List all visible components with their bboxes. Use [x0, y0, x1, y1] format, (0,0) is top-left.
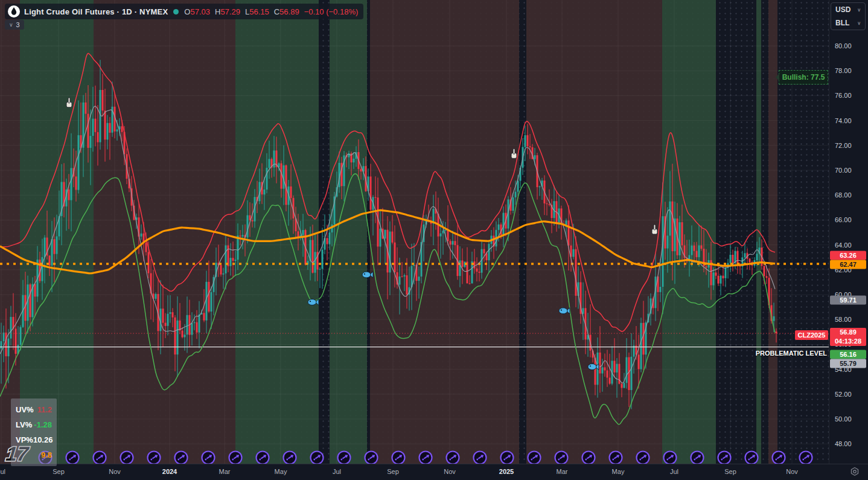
legend-row-4: 9.8 — [16, 447, 52, 462]
symbol-title[interactable]: Light Crude Oil Futures · 1D · NYMEX — [24, 7, 168, 16]
time-axis-label[interactable]: May — [612, 468, 625, 475]
contract-rollover-icon[interactable] — [284, 452, 296, 464]
price-tick: 66.00 — [835, 216, 852, 223]
contract-rollover-icon[interactable] — [311, 452, 324, 464]
contract-rollover-icon[interactable] — [148, 452, 161, 464]
time-axis-label[interactable]: Jul — [0, 468, 5, 475]
candle-body — [319, 269, 321, 269]
candle-body — [609, 378, 611, 384]
time-axis-label[interactable]: 2025 — [499, 468, 514, 475]
time-axis[interactable]: JulSepNov2024MarMayJulSepNov2025MarMayJu… — [0, 464, 868, 480]
candle-body — [638, 354, 640, 369]
indicators-collapse-button[interactable]: ∨ 3 — [5, 20, 24, 30]
contract-rollover-icon[interactable] — [202, 452, 215, 464]
candle-body — [380, 229, 381, 247]
price-tick: 48.00 — [835, 440, 852, 447]
contract-rollover-icon[interactable] — [447, 452, 459, 464]
candle-body — [539, 187, 541, 187]
contract-rollover-icon[interactable] — [94, 452, 106, 464]
contract-rollover-icon[interactable] — [392, 452, 405, 464]
candle-body — [406, 275, 408, 295]
contract-rollover-icon[interactable] — [121, 452, 133, 464]
currency-select[interactable]: USD ∨ — [831, 3, 865, 16]
candle-body — [20, 327, 22, 345]
candle-body — [269, 159, 270, 168]
contract-rollover-icon[interactable] — [582, 452, 595, 464]
contract-rollover-icon[interactable] — [745, 452, 758, 464]
symbol-header[interactable]: Light Crude Oil Futures · 1D · NYMEX O57… — [5, 4, 363, 19]
problematic-level-label[interactable]: PROBLEMATIC LEVEL — [700, 350, 827, 357]
time-axis-label[interactable]: Sep — [724, 468, 736, 475]
price-tick: 52.00 — [835, 391, 852, 398]
price-label-chip[interactable]: 55.79 — [830, 359, 866, 368]
time-axis-label[interactable]: Nov — [109, 468, 121, 475]
time-axis-label[interactable]: Sep — [387, 468, 399, 475]
time-axis-label[interactable]: Nov — [786, 468, 798, 475]
candle-body — [109, 123, 111, 133]
candle-body — [203, 313, 205, 320]
unit-select[interactable]: BLL ∨ — [831, 16, 865, 30]
time-axis-label[interactable]: Jul — [333, 468, 341, 475]
candle-body — [573, 249, 575, 257]
candle-body — [30, 284, 31, 317]
chart-plot-area[interactable] — [0, 0, 829, 464]
price-label-chip[interactable]: 56.16 — [830, 350, 866, 359]
candle-body — [88, 114, 89, 148]
candle-body — [479, 272, 480, 273]
time-axis-label[interactable]: Jul — [670, 468, 678, 475]
candle-body — [225, 245, 227, 273]
price-label-chip[interactable]: 63.26 — [830, 251, 866, 260]
contract-rollover-icon[interactable] — [365, 452, 378, 464]
contract-rollover-icon[interactable] — [610, 452, 622, 464]
contract-rollover-icon[interactable] — [175, 452, 188, 464]
candle-body — [242, 235, 244, 236]
candle-body — [498, 225, 500, 230]
time-axis-label[interactable]: Mar — [219, 468, 231, 475]
candle-body — [194, 322, 196, 323]
candle-body — [418, 277, 420, 281]
price-label-chip[interactable]: 56.8904:13:28 — [830, 328, 866, 346]
time-axis-label[interactable]: Mar — [557, 468, 568, 475]
candle-body — [34, 284, 36, 296]
time-axis-label[interactable]: Nov — [444, 468, 456, 475]
contract-rollover-icon[interactable] — [338, 452, 351, 464]
candle-body — [247, 216, 249, 238]
contract-rollover-icon[interactable] — [637, 452, 649, 464]
candle-body — [631, 357, 633, 390]
price-chart-canvas[interactable] — [0, 0, 829, 464]
time-axis-label[interactable]: May — [275, 468, 287, 475]
contract-rollover-icon[interactable] — [555, 452, 568, 464]
candle-body — [452, 241, 454, 245]
contract-rollover-icon[interactable] — [257, 452, 269, 464]
candle-body — [353, 159, 355, 162]
contract-label[interactable]: CLZ2025 — [795, 330, 828, 340]
contract-rollover-icon[interactable] — [718, 452, 731, 464]
candle-body — [621, 384, 623, 388]
time-axis-label[interactable]: Sep — [53, 468, 65, 475]
axis-settings-icon[interactable] — [849, 466, 861, 480]
contract-rollover-icon[interactable] — [501, 452, 514, 464]
contract-rollover-icon[interactable] — [800, 452, 812, 464]
candle-body — [68, 190, 70, 200]
contract-rollover-icon[interactable] — [229, 452, 242, 464]
bullish-score-tag[interactable]: Bullish: 77.5 — [779, 70, 828, 85]
candle-body — [662, 216, 664, 287]
price-label-chip[interactable]: 59.71 — [830, 296, 866, 305]
candle-body — [440, 234, 442, 237]
contract-rollover-icon[interactable] — [664, 452, 677, 464]
contract-rollover-icon[interactable] — [691, 452, 704, 464]
contract-rollover-icon[interactable] — [528, 452, 541, 464]
contract-rollover-icon[interactable] — [773, 452, 785, 464]
candle-body — [549, 204, 550, 205]
candle-body — [401, 277, 403, 277]
price-label-chip[interactable]: 62.47 — [830, 260, 866, 269]
contract-rollover-icon[interactable] — [420, 452, 432, 464]
contract-rollover-icon[interactable] — [474, 452, 487, 464]
time-axis-label[interactable]: 2024 — [162, 468, 177, 475]
candle-body — [107, 123, 109, 140]
price-scale[interactable]: 80.0078.0076.0074.0072.0070.0068.0066.00… — [829, 0, 868, 464]
candle-body — [266, 168, 268, 190]
candle-body — [469, 283, 471, 284]
contract-rollover-icon[interactable] — [66, 452, 79, 464]
unit-selector[interactable]: USD ∨ BLL ∨ — [831, 2, 866, 30]
